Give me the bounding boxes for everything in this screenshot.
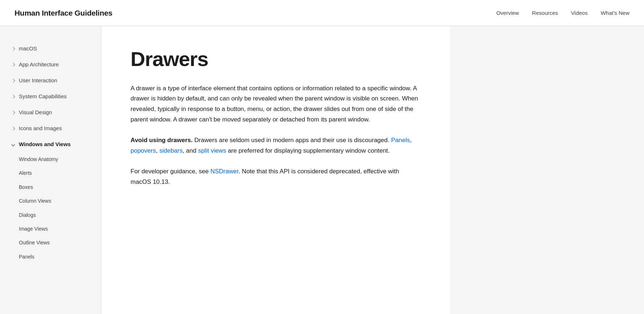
chevron-down-icon [10,141,16,147]
sidebar-subitem-panels[interactable]: Panels [0,250,101,264]
page-layout: macOS App Architecture User Interaction … [0,26,644,314]
avoid-paragraph: Avoid using drawers. Drawers are seldom … [131,135,421,156]
main-content: Drawers A drawer is a type of interface … [102,26,450,314]
sidebar-subitem-column-views[interactable]: Column Views [0,194,101,208]
nav-videos[interactable]: Videos [571,9,588,17]
chevron-right-icon [10,94,16,99]
page-title: Drawers [131,48,421,70]
chevron-right-icon [10,110,16,115]
sidebar-item-user-interaction[interactable]: User Interaction [0,73,101,88]
split-views-link[interactable]: split views [198,147,226,154]
sidebar-item-visual-design-label: Visual Design [19,108,52,117]
sidebar-item-visual-design[interactable]: Visual Design [0,104,101,120]
sidebar-item-windows-and-views-label: Windows and Views [19,140,71,149]
windows-and-views-subitems: Window Anatomy Alerts Boxes Column Views… [0,152,101,264]
nav-overview[interactable]: Overview [496,9,519,17]
sidebar-subitem-alerts[interactable]: Alerts [0,166,101,180]
sidebar-subitem-image-views[interactable]: Image Views [0,222,101,236]
sidebar-item-app-architecture[interactable]: App Architecture [0,57,101,73]
header: Human Interface Guidelines Overview Reso… [0,0,644,26]
sidebar-item-app-architecture-label: App Architecture [19,60,59,69]
sidebar-item-windows-and-views[interactable]: Windows and Views [0,136,101,152]
sidebar: macOS App Architecture User Interaction … [0,26,102,314]
sidebar-item-macos[interactable]: macOS [0,41,101,57]
sidebar-subitem-dialogs[interactable]: Dialogs [0,208,101,222]
sidebar-item-macos-label: macOS [19,44,37,53]
chevron-right-icon [10,46,16,51]
sidebar-item-system-capabilities-label: System Capabilities [19,92,67,101]
sidebars-link[interactable]: sidebars [159,147,182,154]
developer-paragraph: For developer guidance, see NSDrawer. No… [131,166,421,187]
avoid-bold: Avoid using drawers. [131,137,193,144]
chevron-right-icon [10,78,16,83]
developer-before-link: For developer guidance, see [131,168,210,175]
chevron-right-icon [10,62,16,67]
panels-link[interactable]: Panels [391,137,410,144]
sidebar-subitem-outline-views[interactable]: Outline Views [0,236,101,249]
nav-whats-new[interactable]: What's New [600,9,629,17]
popovers-link[interactable]: popovers [131,147,156,154]
sidebar-item-system-capabilities[interactable]: System Capabilities [0,88,101,104]
avoid-after-links: are preferred for displaying supplementa… [228,147,389,154]
nav-resources[interactable]: Resources [532,9,558,17]
intro-paragraph: A drawer is a type of interface element … [131,83,421,125]
sidebar-item-user-interaction-label: User Interaction [19,76,57,85]
nsdrawer-link[interactable]: NSDrawer [210,168,238,175]
sidebar-subitem-boxes[interactable]: Boxes [0,180,101,194]
header-nav: Overview Resources Videos What's New [496,9,629,17]
sidebar-item-icons-and-images-label: Icons and Images [19,124,62,133]
sidebar-subitem-window-anatomy[interactable]: Window Anatomy [0,152,101,166]
sidebar-item-icons-and-images[interactable]: Icons and Images [0,120,101,136]
site-title: Human Interface Guidelines [15,7,112,19]
chevron-right-icon [10,125,16,131]
avoid-rest: Drawers are seldom used in modern apps a… [193,137,389,144]
